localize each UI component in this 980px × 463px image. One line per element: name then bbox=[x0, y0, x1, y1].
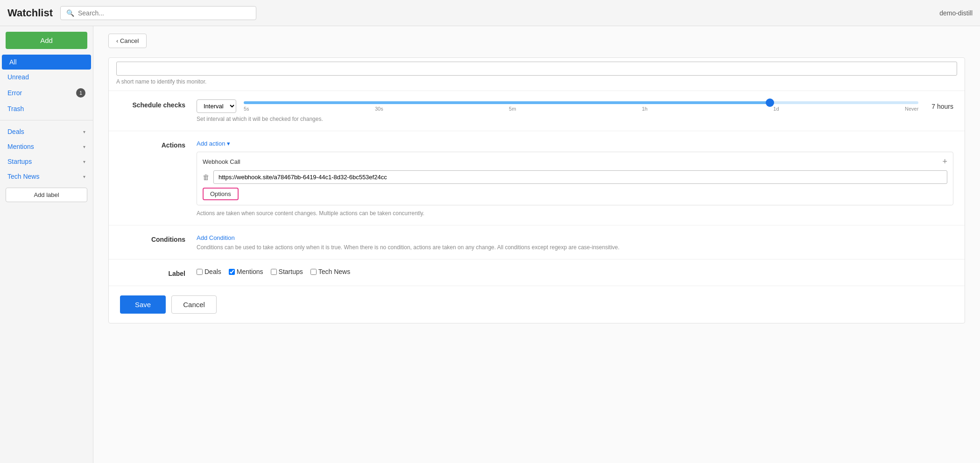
plus-icon[interactable]: + bbox=[942, 157, 947, 167]
label-check-startups[interactable]: Startups bbox=[271, 268, 303, 275]
chevron-icon-deals: ▾ bbox=[83, 129, 85, 134]
cancel-top-button[interactable]: ‹ Cancel bbox=[108, 34, 147, 48]
conditions-hint: Conditions can be used to take actions o… bbox=[197, 244, 953, 251]
add-action-text: Add action bbox=[197, 140, 225, 147]
search-input[interactable] bbox=[78, 9, 250, 17]
tick-5m: 5m bbox=[509, 106, 516, 112]
sidebar-item-mentions[interactable]: Mentions ▾ bbox=[0, 139, 93, 154]
chevron-icon-tech-news: ▾ bbox=[83, 174, 85, 179]
label-tech-news: Tech News bbox=[7, 173, 39, 180]
label-check-mentions[interactable]: Mentions bbox=[229, 268, 263, 275]
actions-row: Actions Add action ▾ Webhook Call + bbox=[109, 131, 965, 225]
sidebar-item-deals[interactable]: Deals ▾ bbox=[0, 124, 93, 139]
actions-hint: Actions are taken when source content ch… bbox=[197, 210, 953, 217]
save-cancel-row: Save Cancel bbox=[109, 286, 965, 323]
sidebar-item-unread[interactable]: Unread bbox=[0, 70, 93, 84]
sidebar-divider bbox=[0, 120, 93, 120]
sidebar-item-label-unread: Unread bbox=[7, 73, 29, 81]
content-area: ‹ Cancel A short name to identify this m… bbox=[93, 26, 980, 463]
checkbox-label-mentions: Mentions bbox=[237, 268, 263, 275]
name-hint: A short name to identify this monitor. bbox=[116, 78, 957, 85]
cancel-bar: ‹ Cancel bbox=[108, 34, 965, 48]
sidebar-item-error[interactable]: Error 1 bbox=[0, 84, 93, 101]
webhook-header: Webhook Call + bbox=[203, 157, 947, 167]
user-label: demo-distill bbox=[939, 9, 973, 17]
schedule-row: Schedule checks Interval Daily Weekly bbox=[109, 91, 965, 131]
error-badge: 1 bbox=[76, 88, 85, 98]
checkbox-label-tech-news: Tech News bbox=[318, 268, 350, 275]
conditions-label: Conditions bbox=[120, 234, 185, 243]
checkbox-deals[interactable] bbox=[197, 269, 203, 275]
options-button[interactable]: Options bbox=[203, 188, 239, 200]
checkbox-label-startups: Startups bbox=[279, 268, 303, 275]
actions-label: Actions bbox=[120, 140, 185, 149]
conditions-body: Add Condition Conditions can be used to … bbox=[197, 234, 953, 251]
checkbox-startups[interactable] bbox=[271, 269, 277, 275]
tick-1h: 1h bbox=[642, 106, 648, 112]
webhook-row: 🗑 bbox=[203, 170, 947, 184]
webhook-title: Webhook Call bbox=[203, 158, 240, 165]
tick-30s: 30s bbox=[375, 106, 383, 112]
schedule-body: Interval Daily Weekly 5s bbox=[197, 99, 953, 122]
options-button-wrap: Options bbox=[203, 184, 947, 200]
chevron-icon-startups: ▾ bbox=[83, 159, 85, 164]
sidebar-item-label-all: All bbox=[9, 58, 17, 66]
tick-1d: 1d bbox=[773, 106, 779, 112]
label-checks-body: Deals Mentions Startups bbox=[197, 268, 953, 275]
cancel-bottom-button[interactable]: Cancel bbox=[171, 295, 217, 314]
sidebar-item-trash[interactable]: Trash bbox=[0, 101, 93, 116]
chevron-icon-mentions: ▾ bbox=[83, 144, 85, 149]
actions-body: Add action ▾ Webhook Call + 🗑 bbox=[197, 140, 953, 217]
add-label-button[interactable]: Add label bbox=[6, 188, 87, 202]
label-section-label: Label bbox=[120, 268, 185, 277]
interval-select[interactable]: Interval Daily Weekly bbox=[197, 99, 236, 113]
sidebar-item-startups[interactable]: Startups ▾ bbox=[0, 154, 93, 169]
webhook-url-input[interactable] bbox=[213, 170, 947, 184]
main-layout: Add All Unread Error 1 Trash Deals ▾ Men… bbox=[0, 26, 980, 463]
add-condition-link[interactable]: Add Condition bbox=[197, 234, 235, 241]
checkbox-label-deals: Deals bbox=[204, 268, 221, 275]
label-startups: Startups bbox=[7, 158, 32, 165]
sidebar-item-tech-news[interactable]: Tech News ▾ bbox=[0, 169, 93, 184]
label-check-tech-news[interactable]: Tech News bbox=[310, 268, 350, 275]
name-section: A short name to identify this monitor. bbox=[109, 58, 965, 91]
checkbox-tech-news[interactable] bbox=[310, 269, 317, 275]
save-button[interactable]: Save bbox=[120, 295, 166, 314]
header: Watchlist 🔍 demo-distill bbox=[0, 0, 980, 26]
schedule-hint: Set interval at which it will be checked… bbox=[197, 116, 953, 122]
app-title: Watchlist bbox=[7, 7, 53, 19]
sidebar-item-all[interactable]: All bbox=[2, 55, 91, 70]
label-checks: Deals Mentions Startups bbox=[197, 268, 953, 275]
schedule-value: 7 hours bbox=[931, 103, 953, 110]
schedule-label: Schedule checks bbox=[120, 99, 185, 109]
add-button[interactable]: Add bbox=[6, 32, 87, 49]
tick-5s: 5s bbox=[244, 106, 249, 112]
checkbox-mentions[interactable] bbox=[229, 269, 235, 275]
trash-icon-button[interactable]: 🗑 bbox=[203, 173, 210, 181]
search-box: 🔍 bbox=[60, 6, 256, 20]
sidebar: Add All Unread Error 1 Trash Deals ▾ Men… bbox=[0, 26, 93, 463]
dropdown-icon: ▾ bbox=[227, 140, 230, 147]
schedule-controls: Interval Daily Weekly 5s bbox=[197, 99, 953, 113]
label-check-deals[interactable]: Deals bbox=[197, 268, 221, 275]
sidebar-item-label-error: Error bbox=[7, 89, 22, 97]
tick-never: Never bbox=[905, 106, 918, 112]
add-action-link[interactable]: Add action ▾ bbox=[197, 140, 230, 147]
label-row: Label Deals Mentions bbox=[109, 260, 965, 286]
slider-wrap: 5s 30s 5m 1h 1d Never bbox=[244, 101, 918, 112]
slider-track bbox=[244, 101, 918, 104]
slider-fill bbox=[244, 101, 770, 104]
monitor-name-input[interactable] bbox=[116, 62, 957, 76]
label-mentions: Mentions bbox=[7, 143, 34, 150]
conditions-row: Conditions Add Condition Conditions can … bbox=[109, 225, 965, 260]
slider-thumb[interactable] bbox=[766, 98, 774, 107]
sidebar-item-label-trash: Trash bbox=[7, 105, 24, 112]
webhook-block: Webhook Call + 🗑 Options bbox=[197, 152, 953, 205]
slider-labels: 5s 30s 5m 1h 1d Never bbox=[244, 106, 918, 112]
label-deals: Deals bbox=[7, 128, 24, 135]
search-icon: 🔍 bbox=[66, 9, 74, 17]
